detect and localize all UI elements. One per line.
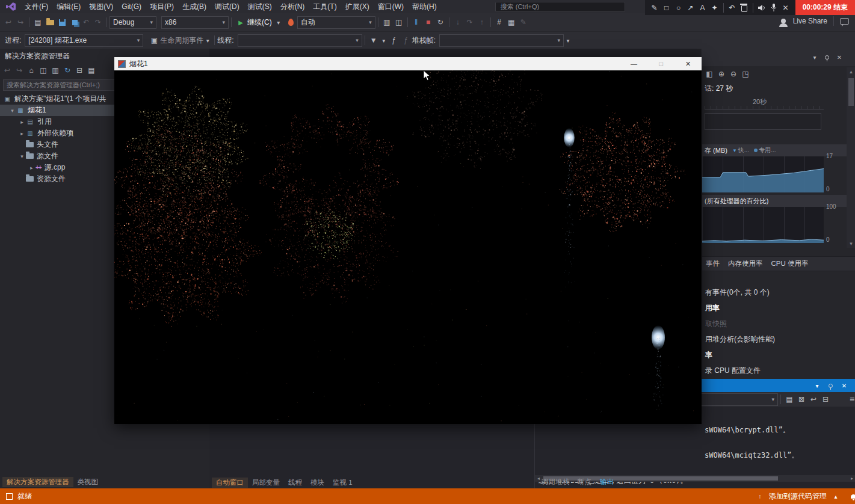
scrollbar-thumb[interactable] (848, 78, 854, 106)
menu-build[interactable]: 生成(B) (178, 1, 211, 13)
zoom-out-icon[interactable]: ⊖ (727, 68, 739, 80)
menu-project[interactable]: 项目(P) (146, 1, 178, 13)
menu-view[interactable]: 视图(V) (85, 1, 117, 13)
filter-icon[interactable]: ▼ (368, 34, 380, 46)
chevron-right-icon[interactable]: ▸ (28, 165, 35, 171)
break-all-icon[interactable]: ‖ (410, 16, 422, 28)
lifecycle-events-button[interactable]: 生命周期事件 (160, 35, 203, 46)
quick-search-input[interactable]: 搜索 (Ctrl+Q) (495, 2, 625, 12)
restart-icon[interactable]: ↻ (434, 16, 446, 28)
background-tasks-icon[interactable] (6, 493, 13, 500)
open-folder-icon[interactable] (44, 16, 56, 28)
undo-icon[interactable]: ↶ (726, 2, 738, 14)
continue-button[interactable]: ▶ 继续(C) ▾ (234, 16, 285, 28)
menu-file[interactable]: 文件(F) (20, 1, 52, 13)
menu-git[interactable]: Git(G) (117, 1, 146, 12)
enable-heap-profiling-toggle[interactable]: 用堆分析(会影响性能) (702, 331, 855, 347)
new-file-icon[interactable]: ▤ (32, 16, 44, 28)
chevron-down-icon[interactable]: ▾ (203, 34, 212, 46)
close-button[interactable]: ✕ (674, 57, 702, 70)
app-window-titlebar[interactable]: 烟花1 — □ ✕ (114, 57, 702, 70)
solution-platform-dropdown[interactable]: x86▾ (161, 16, 229, 29)
snapshot-legend[interactable]: ▼快... (732, 146, 749, 155)
tab-events[interactable]: 事件 (706, 259, 720, 268)
tab-breakpoints[interactable]: 断点 (573, 477, 596, 487)
caret-up-icon[interactable]: ▴ (832, 490, 840, 502)
back-icon[interactable]: ↩ (1, 64, 13, 76)
tab-cpu-usage[interactable]: CPU 使用率 (771, 259, 809, 268)
add-to-source-control-button[interactable]: 添加到源代码管理 (769, 491, 827, 502)
find-message-icon[interactable]: ▤ (783, 393, 795, 405)
tab-memory-usage[interactable]: 内存使用率 (728, 259, 763, 268)
window-position-icon[interactable]: ▾ (810, 51, 819, 63)
stop-debugging-icon[interactable]: ■ (422, 16, 434, 28)
pin-icon[interactable] (829, 384, 833, 388)
live-share-button[interactable]: Live Share (793, 17, 827, 25)
timeline-ruler[interactable]: 20秒 (705, 97, 824, 109)
rectangle-tool-icon[interactable]: □ (661, 2, 673, 14)
pin-icon[interactable] (825, 55, 829, 60)
close-panel-icon[interactable]: ✕ (840, 380, 848, 392)
take-snapshot-button[interactable]: 取快照 (702, 316, 855, 331)
show-frames-icon[interactable]: ƒ (388, 34, 400, 46)
thread-dropdown[interactable]: ▾ (238, 34, 362, 47)
window-position-icon[interactable]: ▾ (813, 380, 821, 392)
lifecycle-events-icon[interactable]: ▣ (148, 34, 160, 46)
select-tool-icon[interactable]: ◧ (703, 68, 715, 80)
edit-icon[interactable]: ✎ (517, 16, 529, 28)
home-icon[interactable]: ⌂ (25, 64, 37, 76)
step-over-icon[interactable]: ↷ (464, 16, 476, 28)
step-into-icon[interactable]: ↓ (452, 16, 464, 28)
tab-output[interactable]: 输出 (596, 477, 618, 487)
step-out-icon[interactable]: ↑ (476, 16, 488, 28)
collapse-all-icon[interactable]: ⊟ (73, 64, 85, 76)
word-wrap-icon[interactable]: ↩ (807, 393, 820, 405)
forward-icon[interactable]: ↪ (13, 64, 25, 76)
undo-icon[interactable]: ↶ (80, 16, 92, 28)
minimize-button[interactable]: — (620, 57, 647, 70)
microphone-icon[interactable] (768, 2, 780, 14)
menu-edit[interactable]: 编辑(E) (52, 1, 85, 13)
show-all-files-icon[interactable]: ▥ (381, 16, 393, 28)
stack-frame-dropdown[interactable]: ▾ (439, 34, 564, 47)
text-tool-icon[interactable]: A (697, 2, 709, 14)
menu-window[interactable]: 窗口(W) (374, 1, 408, 13)
tab-class-view[interactable]: 类视图 (73, 477, 103, 487)
chevron-down-icon[interactable]: ▾ (380, 34, 388, 46)
record-cpu-profile-button[interactable]: 录 CPU 配置文件 (702, 363, 855, 378)
tab-call-stack[interactable]: 调用堆栈 (537, 477, 573, 487)
maximize-button[interactable]: □ (647, 57, 674, 70)
close-recording-icon[interactable]: ✕ (780, 2, 792, 14)
events-track[interactable] (705, 113, 821, 130)
show-external-code-icon[interactable]: ƒ (400, 34, 412, 46)
screenshot-icon[interactable]: ◫ (393, 16, 405, 28)
recording-timer-badge[interactable]: 00:00:29 结束 (795, 0, 855, 15)
navigate-back-icon[interactable]: ↩ (2, 16, 14, 28)
close-panel-icon[interactable]: ✕ (835, 51, 844, 63)
chevron-down-icon[interactable]: ▾ (18, 153, 26, 159)
hot-reload-icon[interactable] (285, 16, 297, 28)
tab-locals[interactable]: 局部变量 (248, 478, 284, 488)
speaker-icon[interactable] (756, 2, 768, 14)
laser-pointer-icon[interactable]: ✦ (709, 2, 721, 14)
menu-test[interactable]: 测试(S) (244, 1, 276, 13)
trash-icon[interactable] (738, 2, 750, 14)
feedback-icon[interactable] (840, 18, 849, 25)
diagnostics-scrollbar[interactable]: ▴ ▾ (847, 67, 855, 248)
tab-modules[interactable]: 模块 (306, 478, 329, 488)
save-icon[interactable] (56, 16, 68, 28)
reset-view-icon[interactable]: ◳ (739, 68, 752, 80)
properties-icon[interactable]: ▤ (85, 64, 97, 76)
tab-watch1[interactable]: 监视 1 (329, 478, 357, 488)
ellipse-tool-icon[interactable]: ○ (673, 2, 685, 14)
tab-autos[interactable]: 自动窗口 (212, 478, 248, 488)
zoom-in-icon[interactable]: ⊕ (715, 68, 727, 80)
menu-analyze[interactable]: 分析(N) (276, 1, 309, 13)
redo-icon[interactable]: ↷ (92, 16, 104, 28)
chart-icon[interactable]: ▦ (505, 16, 517, 28)
hot-reload-mode-dropdown[interactable]: 自动▾ (297, 16, 375, 29)
pending-changes-icon[interactable]: ▥ (49, 64, 61, 76)
chevron-right-icon[interactable]: ▸ (18, 131, 26, 137)
solution-configuration-dropdown[interactable]: Debug▾ (110, 16, 156, 29)
process-dropdown[interactable]: [24208] 烟花1.exe▾ (25, 34, 143, 47)
